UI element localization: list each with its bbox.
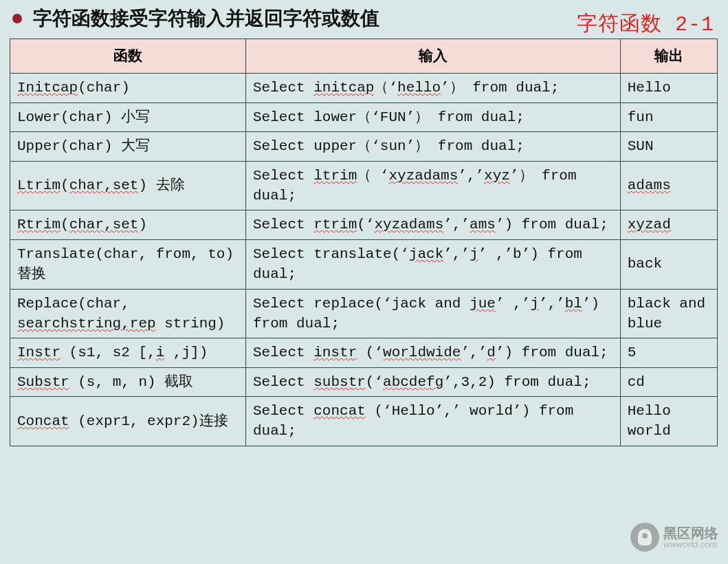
cell-output: adams <box>620 161 717 210</box>
cell-output: fun <box>620 102 717 131</box>
table-row: Substr (s, m, n) 截取Select substr(‘abcdef… <box>10 367 718 396</box>
table-row: Rtrim(char,set)Select rtrim(‘xyzadams’,’… <box>10 210 718 239</box>
cell-input: Select initcap（‘hello’） from dual; <box>246 74 621 102</box>
cell-output: SUN <box>620 132 717 161</box>
cell-input: Select substr(‘abcdefg’,3,2) from dual; <box>246 367 621 396</box>
cell-output: xyzad <box>620 210 717 239</box>
cell-input: Select ltrim（ ‘xyzadams’,’xyz’） from dua… <box>246 161 621 210</box>
cell-input: Select upper（‘sun’） from dual; <box>246 132 621 161</box>
table-row: Upper(char) 大写Select upper（‘sun’） from d… <box>10 132 718 161</box>
cell-fn: Ltrim(char,set) 去除 <box>10 161 246 210</box>
watermark: 黑区网络 wwworld.com <box>630 523 718 552</box>
table-row: Concat (expr1, expr2)连接Select concat (‘H… <box>10 397 718 446</box>
page-title: 字符函数接受字符输入并返回字符或数值 <box>33 6 379 32</box>
col-header-output: 输出 <box>620 39 717 74</box>
watermark-text-cn: 黑区网络 <box>663 526 718 540</box>
watermark-logo-icon <box>630 523 659 552</box>
cell-output: Hello <box>620 74 717 102</box>
table-row: Lower(char) 小写Select lower（‘FUN’） from d… <box>10 102 718 131</box>
cell-input: Select lower（‘FUN’） from dual; <box>246 102 621 131</box>
table-row: Translate(char, from, to) 替换Select trans… <box>10 239 718 289</box>
page-subtitle: 字符函数 2-1 <box>577 10 714 38</box>
cell-input: Select concat (‘Hello’,’ world’) from du… <box>246 397 621 446</box>
cell-output: Hello world <box>620 397 717 446</box>
table-row: Replace(char, searchstring,rep string)Se… <box>10 289 718 338</box>
cell-fn: Translate(char, from, to) 替换 <box>10 239 246 289</box>
cell-output: back <box>620 239 717 289</box>
table-row: Instr (s1, s2 [,i ,j])Select instr (‘wor… <box>10 338 718 367</box>
functions-table: 函数 输入 输出 Initcap(char)Select initcap（‘he… <box>10 39 718 446</box>
page-header: 字符函数接受字符输入并返回字符或数值 字符函数 2-1 <box>0 0 728 34</box>
table-row: Ltrim(char,set) 去除Select ltrim（ ‘xyzadam… <box>10 161 718 210</box>
cell-fn: Rtrim(char,set) <box>10 210 246 239</box>
bullet-icon <box>12 14 22 23</box>
watermark-text-url: wwworld.com <box>663 540 718 549</box>
cell-fn: Initcap(char) <box>10 74 246 102</box>
col-header-input: 输入 <box>246 39 621 74</box>
cell-fn: Instr (s1, s2 [,i ,j]) <box>10 338 246 367</box>
table-header-row: 函数 输入 输出 <box>10 39 718 74</box>
cell-fn: Replace(char, searchstring,rep string) <box>10 289 246 338</box>
cell-input: Select replace(‘jack and jue’ ,’j’,’bl’)… <box>246 289 621 338</box>
cell-output: cd <box>620 367 717 396</box>
cell-fn: Substr (s, m, n) 截取 <box>10 367 246 396</box>
col-header-fn: 函数 <box>10 39 246 74</box>
cell-input: Select instr (‘worldwide’,’d’) from dual… <box>246 338 621 367</box>
cell-output: black and blue <box>620 289 717 338</box>
cell-input: Select rtrim(‘xyzadams’,’ams’) from dual… <box>246 210 621 239</box>
cell-fn: Upper(char) 大写 <box>10 132 246 161</box>
cell-input: Select translate(‘jack’,’j’ ,’b’) from d… <box>246 239 621 289</box>
table-row: Initcap(char)Select initcap（‘hello’） fro… <box>10 74 718 102</box>
cell-fn: Concat (expr1, expr2)连接 <box>10 397 246 446</box>
cell-output: 5 <box>620 338 717 367</box>
cell-fn: Lower(char) 小写 <box>10 102 246 131</box>
